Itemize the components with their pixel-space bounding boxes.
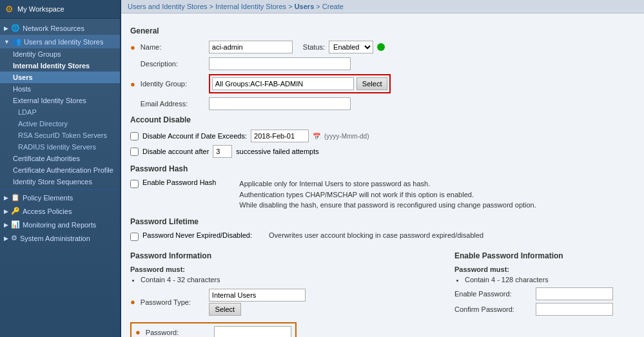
disable-after-checkbox[interactable] — [130, 148, 139, 156]
confirm-enable-input[interactable] — [536, 303, 613, 316]
account-disable-title: Account Disable — [130, 115, 635, 124]
sidebar-item-identity-store-sequences[interactable]: Identity Store Sequences — [0, 176, 120, 188]
sidebar-item-system-admin[interactable]: ▶ ⚙ System Administration — [0, 231, 120, 245]
password-type-input[interactable] — [209, 289, 306, 302]
description-row: ● Description: — [130, 57, 635, 70]
sidebar-label: Network Resources — [23, 24, 84, 32]
form-content: General ● Name: Status: Enabled Disabled… — [121, 14, 644, 337]
pt-required: ● — [130, 297, 135, 307]
sidebar-item-monitoring-reports[interactable]: ▶ 📊 Monitoring and Reports — [0, 218, 120, 231]
sidebar-icon: 🔑 — [11, 207, 20, 215]
expand-icon: ▶ — [4, 195, 8, 201]
main-password-col: Password Information Password must: Cont… — [130, 245, 435, 338]
email-label: Email Address: — [141, 100, 205, 108]
breadcrumb-link-1[interactable]: Users and Identity Stores — [128, 3, 208, 10]
breadcrumb-link-2[interactable]: Internal Identity Stores — [215, 3, 286, 10]
password-columns-layout: Password Information Password must: Cont… — [130, 245, 635, 338]
password-type-inputs: Select — [209, 289, 306, 316]
description-label: Description: — [141, 60, 205, 68]
breadcrumb-link-3[interactable]: Users — [295, 3, 315, 10]
email-input[interactable] — [209, 97, 351, 110]
status-indicator — [377, 43, 385, 51]
enable-password-title: Enable Password Information — [454, 251, 635, 260]
name-input[interactable] — [209, 41, 293, 53]
sidebar-item-identity-groups[interactable]: Identity Groups — [0, 48, 120, 60]
never-expired-description: Overwrites user account blocking in case… — [269, 231, 483, 239]
enable-password-must-list: Contain 4 - 128 characters — [465, 276, 635, 284]
never-expired-label: Password Never Expired/Disabled: — [142, 231, 252, 239]
status-select[interactable]: Enabled Disabled — [329, 41, 373, 53]
sidebar-item-users[interactable]: Users — [0, 72, 120, 83]
disable-after-label: Disable account after — [142, 148, 209, 155]
workspace-icon: ⚙ — [5, 4, 14, 14]
password-type-section: ● Password Type: Select ● Password: — [130, 289, 435, 338]
disable-date-input[interactable] — [251, 130, 309, 142]
enable-hash-label: Enable Password Hash — [142, 178, 216, 186]
expand-icon: ▶ — [4, 235, 8, 242]
sidebar-item-active-directory[interactable]: Active Directory — [0, 118, 120, 130]
password-type-select-button[interactable]: Select — [209, 303, 241, 316]
breadcrumb-current: Create — [322, 3, 344, 10]
never-expired-checkbox[interactable] — [130, 233, 139, 241]
status-label: Status: — [303, 43, 325, 51]
password-must-section: Password must: Contain 4 - 32 characters — [130, 265, 435, 284]
password-must-list: Contain 4 - 32 characters — [141, 276, 435, 284]
sidebar-item-cert-auth-profile[interactable]: Certificate Authentication Profile — [0, 164, 120, 176]
sidebar-item-radius-identity[interactable]: RADIUS Identity Servers — [0, 141, 120, 153]
sidebar-item-users-identity-stores[interactable]: ▼ 👥 Users and Identity Stores — [0, 35, 120, 48]
enable-password-row: Enable Password: — [454, 287, 635, 300]
sidebar-label: Policy Elements — [23, 194, 73, 202]
sidebar-item-hosts[interactable]: Hosts — [0, 83, 120, 95]
workspace-label: My Workspace — [17, 5, 64, 13]
sidebar-item-cert-authorities[interactable]: Certificate Authorities — [0, 153, 120, 164]
sidebar: ⚙ My Workspace ▶ 🌐 Network Resources ▼ 👥… — [0, 0, 121, 337]
sidebar-item-network-resources[interactable]: ▶ 🌐 Network Resources — [0, 21, 120, 35]
sidebar-item-ldap[interactable]: LDAP — [0, 106, 120, 118]
expand-icon: ▶ — [4, 25, 8, 32]
sidebar-item-internal-identity-stores[interactable]: Internal Identity Stores — [0, 60, 120, 72]
identity-group-box: Select — [209, 74, 391, 93]
password-label: Password: — [146, 329, 210, 336]
sidebar-workspace[interactable]: ⚙ My Workspace — [0, 0, 120, 19]
sidebar-item-policy-elements[interactable]: ▶ 📋 Policy Elements — [0, 191, 120, 204]
password-lifetime-title: Password Lifetime — [130, 217, 635, 226]
sidebar-section: ▶ 🌐 Network Resources ▼ 👥 Users and Iden… — [0, 19, 120, 247]
disable-after-row: Disable account after successive failed … — [130, 145, 635, 158]
identity-group-label: Identity Group: — [141, 80, 205, 88]
enable-password-input[interactable] — [536, 287, 613, 300]
sidebar-icon: 📋 — [11, 193, 20, 202]
enable-password-inputs: Enable Password: Confirm Password: — [454, 287, 635, 316]
password-must-item-1: Contain 4 - 32 characters — [141, 276, 435, 284]
password-fields-box: ● Password: ● Confirm Password: — [130, 322, 297, 338]
sidebar-item-external-identity-stores[interactable]: External Identity Stores — [0, 95, 120, 106]
password-row: ● Password: — [135, 326, 291, 338]
never-expired-row: Password Never Expired/Disabled: Overwri… — [130, 231, 635, 241]
breadcrumb: Users and Identity Stores > Internal Ide… — [121, 0, 644, 14]
sidebar-item-access-policies[interactable]: ▶ 🔑 Access Policies — [0, 204, 120, 218]
identity-group-select-button[interactable]: Select — [356, 77, 388, 90]
disable-date-checkbox[interactable] — [130, 132, 139, 140]
password-hash-title: Password Hash — [130, 164, 635, 173]
disable-date-row: Disable Account if Date Exceeds: 📅 (yyyy… — [130, 130, 635, 142]
identity-group-input[interactable] — [212, 77, 354, 90]
sidebar-label: Monitoring and Reports — [23, 221, 96, 229]
enable-password-label: Enable Password: — [454, 290, 532, 298]
identity-group-row: ● Identity Group: Select — [130, 74, 635, 93]
calendar-icon[interactable]: 📅 — [313, 133, 320, 140]
password-input[interactable] — [214, 326, 291, 338]
enable-hash-checkbox[interactable] — [130, 180, 139, 188]
attempts-input[interactable] — [213, 145, 232, 158]
enable-password-must-label: Password must: — [454, 265, 635, 273]
name-row: ● Name: Status: Enabled Disabled — [130, 41, 635, 53]
pw-required: ● — [135, 327, 141, 337]
sidebar-icon: 🌐 — [11, 24, 20, 32]
sidebar-label: Users and Identity Stores — [24, 38, 104, 46]
password-type-row: ● Password Type: Select — [130, 289, 435, 316]
date-hint: (yyyy-Mmm-dd) — [324, 133, 369, 140]
sidebar-item-rsa-securid[interactable]: RSA SecurID Token Servers — [0, 130, 120, 141]
sidebar-label: System Administration — [20, 235, 90, 242]
enable-password-must-item-1: Contain 4 - 128 characters — [465, 276, 635, 284]
general-section-title: General — [130, 26, 635, 35]
attempts-suffix: successive failed attempts — [236, 148, 318, 155]
description-input[interactable] — [209, 57, 351, 70]
